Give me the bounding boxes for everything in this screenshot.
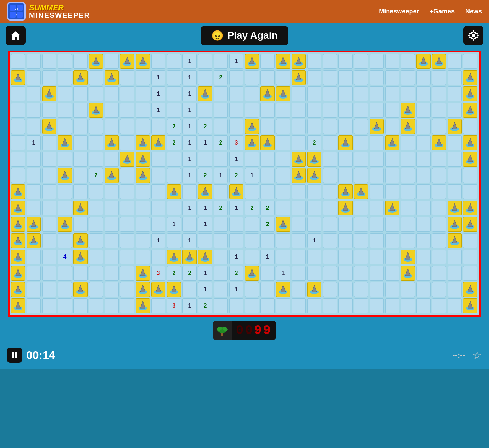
cell-13-7[interactable] — [120, 266, 134, 281]
cell-13-25[interactable] — [401, 266, 415, 281]
cell-15-10[interactable]: 3 — [167, 298, 181, 313]
cell-1-19[interactable] — [307, 70, 321, 85]
cell-15-23[interactable] — [370, 298, 384, 313]
cell-8-24[interactable] — [385, 184, 399, 199]
cell-10-17[interactable] — [276, 217, 290, 232]
cell-0-4[interactable] — [73, 54, 88, 69]
cell-6-12[interactable] — [198, 152, 212, 167]
cell-6-25[interactable] — [401, 152, 415, 167]
cell-9-28[interactable] — [448, 201, 462, 215]
cell-0-8[interactable] — [136, 54, 150, 69]
cell-9-3[interactable] — [58, 201, 72, 215]
cell-10-7[interactable] — [120, 217, 134, 232]
home-button[interactable] — [6, 26, 26, 45]
cell-14-20[interactable] — [323, 282, 337, 297]
cell-0-25[interactable] — [401, 54, 415, 69]
cell-1-18[interactable] — [292, 70, 306, 85]
cell-1-16[interactable] — [260, 70, 275, 85]
cell-6-29[interactable] — [463, 152, 477, 167]
cell-2-3[interactable] — [58, 86, 72, 101]
cell-1-12[interactable] — [198, 70, 212, 85]
cell-7-27[interactable] — [432, 168, 446, 183]
cell-10-19[interactable] — [307, 217, 321, 232]
cell-13-12[interactable]: 1 — [198, 266, 212, 281]
cell-11-11[interactable]: 1 — [182, 233, 197, 248]
cell-9-25[interactable] — [401, 201, 415, 215]
cell-11-4[interactable] — [73, 233, 88, 248]
cell-9-10[interactable] — [167, 201, 181, 215]
cell-11-8[interactable] — [136, 233, 150, 248]
cell-15-28[interactable] — [448, 298, 462, 313]
cell-7-24[interactable] — [385, 168, 399, 183]
cell-6-0[interactable] — [11, 152, 25, 167]
cell-4-29[interactable] — [463, 119, 477, 134]
cell-8-23[interactable] — [370, 184, 384, 199]
cell-0-5[interactable] — [89, 54, 103, 69]
cell-15-11[interactable]: 1 — [182, 298, 197, 313]
cell-4-17[interactable] — [276, 119, 290, 134]
cell-1-24[interactable] — [385, 70, 399, 85]
play-again-button[interactable]: 😠 Play Again — [201, 26, 288, 45]
favorite-button[interactable]: ☆ — [472, 349, 482, 362]
cell-1-17[interactable] — [276, 70, 290, 85]
cell-4-7[interactable] — [120, 119, 134, 134]
cell-15-26[interactable] — [416, 298, 431, 313]
cell-12-4[interactable] — [73, 250, 88, 264]
cell-14-12[interactable]: 1 — [198, 282, 212, 297]
cell-13-28[interactable] — [448, 266, 462, 281]
cell-15-24[interactable] — [385, 298, 399, 313]
cell-10-12[interactable]: 1 — [198, 217, 212, 232]
cell-8-11[interactable] — [182, 184, 197, 199]
cell-11-3[interactable] — [58, 233, 72, 248]
cell-7-0[interactable] — [11, 168, 25, 183]
cell-1-1[interactable] — [27, 70, 41, 85]
cell-0-24[interactable] — [385, 54, 399, 69]
cell-13-21[interactable] — [338, 266, 353, 281]
cell-13-23[interactable] — [370, 266, 384, 281]
cell-4-9[interactable] — [151, 119, 165, 134]
cell-3-21[interactable] — [338, 103, 353, 118]
cell-8-5[interactable] — [89, 184, 103, 199]
cell-4-24[interactable] — [385, 119, 399, 134]
cell-2-24[interactable] — [385, 86, 399, 101]
cell-4-18[interactable] — [292, 119, 306, 134]
cell-13-24[interactable] — [385, 266, 399, 281]
cell-12-25[interactable] — [401, 250, 415, 264]
cell-0-29[interactable] — [463, 54, 477, 69]
cell-8-28[interactable] — [448, 184, 462, 199]
cell-4-22[interactable] — [354, 119, 368, 134]
cell-10-28[interactable] — [448, 217, 462, 232]
cell-5-20[interactable] — [323, 135, 337, 150]
cell-15-8[interactable] — [136, 298, 150, 313]
cell-5-4[interactable] — [73, 135, 88, 150]
cell-3-22[interactable] — [354, 103, 368, 118]
cell-6-4[interactable] — [73, 152, 88, 167]
cell-12-5[interactable] — [89, 250, 103, 264]
cell-11-15[interactable] — [245, 233, 259, 248]
cell-8-18[interactable] — [292, 184, 306, 199]
cell-14-2[interactable] — [42, 282, 56, 297]
cell-5-27[interactable] — [432, 135, 446, 150]
settings-button[interactable] — [463, 26, 483, 45]
cell-14-25[interactable] — [401, 282, 415, 297]
cell-11-28[interactable] — [448, 233, 462, 248]
cell-3-26[interactable] — [416, 103, 431, 118]
cell-14-1[interactable] — [27, 282, 41, 297]
cell-3-28[interactable] — [448, 103, 462, 118]
cell-2-12[interactable] — [198, 86, 212, 101]
cell-12-9[interactable] — [151, 250, 165, 264]
cell-11-14[interactable] — [229, 233, 243, 248]
cell-8-0[interactable] — [11, 184, 25, 199]
cell-4-14[interactable] — [229, 119, 243, 134]
cell-2-23[interactable] — [370, 86, 384, 101]
cell-4-13[interactable] — [214, 119, 228, 134]
cell-12-12[interactable] — [198, 250, 212, 264]
cell-2-18[interactable] — [292, 86, 306, 101]
cell-12-26[interactable] — [416, 250, 431, 264]
cell-5-18[interactable] — [292, 135, 306, 150]
cell-2-11[interactable]: 1 — [182, 86, 197, 101]
cell-13-22[interactable] — [354, 266, 368, 281]
cell-11-10[interactable] — [167, 233, 181, 248]
cell-5-9[interactable] — [151, 135, 165, 150]
cell-1-27[interactable] — [432, 70, 446, 85]
